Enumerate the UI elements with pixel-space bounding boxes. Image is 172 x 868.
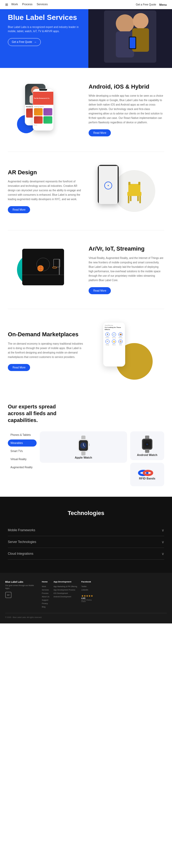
ondemand-btn[interactable]: Read More	[8, 364, 30, 371]
ondemand-title: On-Demand Marketplaces	[8, 331, 83, 338]
arvr-text: Ar/Vr, IoT, Streaming Virtual Reality, A…	[89, 245, 164, 294]
footer-link-android[interactable]: Android Development	[54, 596, 77, 597]
experts-title: Our experts spread across all fieds and …	[8, 403, 65, 424]
footer-link-twitter[interactable]: Twitter	[81, 586, 93, 587]
footer-brand: Blue Label Labs Our goal comes through o…	[5, 581, 37, 608]
tech-server-label: Server Technologies	[8, 540, 36, 544]
chair-svg	[123, 177, 146, 205]
experts-main-row: Phones & Tablets Wearables Smart TVs Vir…	[8, 431, 164, 486]
home-icon-circle: 🏠	[118, 339, 123, 344]
ondemand-section: On-Demand Marketplaces The on-demand eco…	[0, 309, 172, 393]
arvr-row: Ar/Vr, IoT, Streaming Virtual Reality, A…	[8, 244, 164, 296]
sidebar-smart-tvs[interactable]: Smart TVs	[8, 447, 37, 455]
svg-rect-13	[137, 195, 139, 201]
food-front-1	[34, 108, 43, 116]
footer-link-appdevelopment[interactable]: App Development Process	[54, 589, 77, 591]
footer-link-appmarketing[interactable]: App Marketing & PR Offering	[54, 586, 77, 587]
nav-cta[interactable]: Get a Free Quote	[136, 3, 156, 6]
demand-phone: Good Morning I'm Looking for These Effec…	[103, 322, 125, 367]
footer-link-linkedin[interactable]: LinkedIn	[81, 589, 93, 591]
svg-rect-7	[130, 37, 135, 48]
sidebar-phones-tablets[interactable]: Phones & Tablets	[8, 431, 37, 438]
demand-icon-finance: $ Finance	[105, 332, 110, 338]
sidebar-augmented-reality[interactable]: Augmented Reality	[8, 464, 37, 471]
footer-brand-name: Blue Label Labs	[5, 581, 37, 583]
rating-value: 4.9/5	[81, 597, 93, 599]
ar-design-body: Augmented reality development represents…	[8, 179, 83, 202]
phone-app-title: The Bar Restaurant & Co.	[34, 97, 50, 99]
arvr-dark-image	[22, 249, 64, 285]
sidebar-virtual-reality[interactable]: Virtual Reality	[8, 456, 37, 463]
footer-rating: ★★★★★ 4.9/5 out of 5 Rating Clutch	[81, 594, 93, 602]
hero-body: Blue Label Labs is a recognized expert a…	[8, 25, 81, 33]
ny-badge-text: NY	[7, 594, 10, 596]
demand-icon-fitness: 💪 Fitness	[111, 339, 117, 345]
footer-rating-content: ★★★★★ 4.9/5 out of 5 Rating Clutch	[81, 594, 93, 602]
food-front-2	[44, 108, 52, 116]
nav-services[interactable]: Services	[37, 3, 48, 6]
phone-front-header: The Bar Restaurant & Co.	[33, 92, 53, 105]
finance-icon-circle: $	[105, 332, 110, 337]
chevron-down-icon-0: ∨	[162, 528, 164, 532]
ondemand-text: On-Demand Marketplaces The on-demand eco…	[8, 331, 83, 371]
footer-col-home-title: Home	[42, 581, 49, 583]
android-ios-btn[interactable]: Read More	[89, 129, 111, 136]
ondemand-body: The on-demand economy is operating many …	[8, 341, 83, 359]
nav-process[interactable]: Process	[22, 3, 32, 6]
tech-cloud-integrations[interactable]: Cloud Integrations ∨	[8, 548, 164, 560]
svg-rect-33	[89, 443, 90, 446]
nav-menu[interactable]: Menu	[159, 3, 167, 6]
sidebar-wearables[interactable]: Wearables	[8, 439, 37, 446]
footer-link-blog[interactable]: Blog	[42, 606, 49, 608]
svg-rect-40	[145, 449, 149, 453]
footer-top: Blue Label Labs Our goal comes through o…	[5, 581, 167, 608]
svg-rect-11	[139, 195, 141, 203]
rfid-label: RFID Bands	[139, 477, 155, 480]
footer-link-process[interactable]: Process	[42, 592, 49, 594]
footer-link-privacy[interactable]: Privacy	[42, 602, 49, 604]
arvr-btn[interactable]: Read More	[89, 287, 111, 294]
android-ios-text: Android, iOS & Hybrid While developing a…	[89, 83, 164, 137]
delivery-icon-circle: 📦	[118, 332, 123, 337]
svg-rect-16	[128, 182, 131, 185]
android-ios-title: Android, iOS & Hybrid	[89, 83, 164, 91]
footer-link-ios[interactable]: iOS Development	[54, 592, 77, 594]
rating-provider: Clutch	[81, 601, 93, 602]
beauty-icon-circle: ✂	[105, 339, 110, 344]
ar-design-visual	[89, 165, 164, 217]
hero-title: Blue Label Services	[8, 13, 81, 22]
footer-link-services[interactable]: Services	[42, 589, 49, 591]
technologies-section: Technologies Mobile Frameworks ∨ Server …	[0, 497, 172, 573]
footer-bottom: © 2020 - Blue Label Labs. All rights res…	[5, 613, 167, 618]
ar-circle	[113, 170, 155, 212]
arvr-body: Virtual Reality, Augmented Reality, and …	[89, 256, 164, 282]
demand-screen: Good Morning I'm Looking for These Effec…	[103, 322, 125, 366]
grocery-icon-circle: 🛒	[112, 332, 116, 337]
footer-col-dev-title: App Development	[54, 581, 77, 583]
svg-rect-15	[128, 184, 140, 192]
hero-cta-button[interactable]: Get a Free Quote →	[8, 38, 41, 46]
svg-text:G: G	[146, 443, 148, 445]
footer-link-work[interactable]: Work	[42, 586, 49, 587]
ar-target	[104, 182, 112, 189]
experts-cards: Apple Watch	[40, 431, 127, 463]
nav-work[interactable]: Work	[11, 3, 18, 6]
basketball-illustration	[22, 249, 64, 285]
beauty-label: Beauty	[106, 344, 109, 345]
svg-rect-34	[81, 451, 85, 456]
footer-link-about[interactable]: About Us	[42, 596, 49, 597]
phone-front: The Bar Restaurant & Co. Ordering Option…	[33, 89, 54, 131]
ar-design-btn[interactable]: Read More	[8, 206, 30, 213]
footer-link-support[interactable]: Support	[42, 599, 49, 601]
tech-cloud-label: Cloud Integrations	[8, 552, 33, 556]
footer-brand-text: Our goal comes through our Mobile Apps.	[5, 584, 37, 590]
tech-server-technologies[interactable]: Server Technologies ∨	[8, 536, 164, 548]
delivery-label: Delivery	[119, 337, 122, 338]
android-ios-visual: Natalie Smith The Bar Restaurant & Co.	[8, 81, 83, 138]
hero-people-illustration	[88, 0, 172, 68]
experts-section: Our experts spread across all fieds and …	[0, 393, 172, 497]
footer-social-title: Facebook	[81, 581, 93, 583]
apple-watch-illustration	[74, 435, 92, 456]
tech-mobile-frameworks[interactable]: Mobile Frameworks ∨	[8, 524, 164, 536]
experts-sidebar: Phones & Tablets Wearables Smart TVs Vir…	[8, 431, 37, 472]
